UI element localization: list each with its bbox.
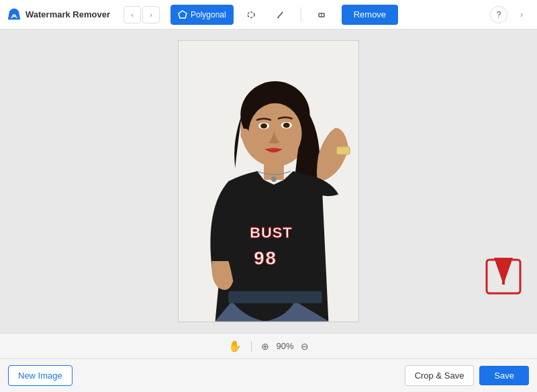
svg-rect-20 — [336, 146, 350, 154]
new-image-button[interactable]: New Image — [8, 365, 72, 386]
zoom-in-button[interactable]: ⊕ — [261, 341, 269, 352]
hand-tool-button[interactable]: ✋ — [228, 340, 242, 352]
zoom-divider — [251, 341, 252, 352]
remove-button[interactable]: Remove — [342, 5, 398, 25]
svg-point-12 — [260, 124, 267, 129]
forward-button[interactable]: › — [142, 6, 160, 23]
person-image: BUST 98 BUST 98 — [179, 41, 358, 322]
toolbar-divider — [301, 7, 301, 22]
save-button[interactable]: Save — [479, 366, 529, 385]
arrow-hint — [483, 256, 524, 299]
toolbar: Watermark Remover ‹ › Polygonal — [0, 0, 537, 30]
app-logo-icon — [7, 7, 21, 22]
polygonal-tool-button[interactable]: Polygonal — [170, 5, 234, 25]
crop-save-button[interactable]: Crop & Save — [405, 365, 475, 386]
zoom-value: 90% — [276, 341, 293, 351]
svg-rect-21 — [228, 291, 322, 303]
back-button[interactable]: ‹ — [124, 6, 141, 23]
lasso-tool-button[interactable] — [239, 5, 263, 25]
toolbar-nav: ‹ › — [124, 6, 160, 23]
polygonal-icon — [178, 10, 187, 19]
help-icon: ? — [497, 10, 501, 19]
forward-icon: › — [150, 11, 152, 19]
image-container: BUST 98 BUST 98 — [178, 40, 359, 322]
image-placeholder: BUST 98 BUST 98 — [178, 40, 359, 322]
svg-text:98: 98 — [254, 248, 277, 268]
eraser-tool-button[interactable] — [309, 5, 334, 25]
app-title: Watermark Remover — [26, 9, 110, 19]
svg-text:BUST: BUST — [250, 224, 292, 241]
lasso-icon — [246, 10, 256, 19]
svg-point-9 — [248, 103, 301, 163]
svg-marker-0 — [179, 11, 187, 18]
svg-point-15 — [271, 177, 277, 182]
app-logo: Watermark Remover — [7, 7, 110, 22]
more-button[interactable]: › — [513, 6, 530, 23]
svg-point-1 — [248, 12, 254, 17]
more-icon: › — [520, 10, 523, 19]
zoom-out-button[interactable]: ⊖ — [301, 341, 309, 352]
eraser-icon — [317, 10, 326, 19]
zoom-bar: ✋ ⊕ 90% ⊖ — [0, 333, 537, 358]
brush-icon — [276, 10, 285, 19]
arrow-hint-icon — [483, 256, 524, 297]
help-button[interactable]: ? — [490, 6, 507, 23]
svg-point-13 — [283, 123, 290, 128]
back-icon: ‹ — [131, 11, 134, 19]
canvas-area: BUST 98 BUST 98 — [0, 30, 537, 333]
footer-bar: New Image Crop & Save Save — [0, 358, 537, 392]
brush-tool-button[interactable] — [268, 5, 293, 25]
svg-point-14 — [240, 129, 250, 141]
